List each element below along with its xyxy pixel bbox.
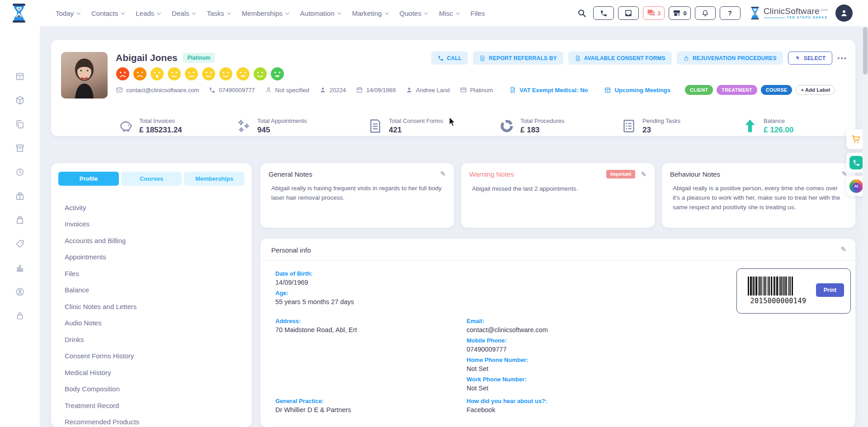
edit-pencil-icon[interactable]: ✎: [840, 245, 846, 253]
history-icon[interactable]: [15, 167, 25, 177]
sidebar-item-medical-history[interactable]: Medical History: [65, 364, 245, 381]
patient-phone[interactable]: 07490009777: [209, 87, 255, 94]
store-button[interactable]: 0: [669, 6, 690, 20]
mood-face-2[interactable]: [133, 67, 147, 81]
stat-balance: Balance£ 126.00: [742, 117, 793, 135]
nav-item-quotes[interactable]: Quotes: [400, 9, 427, 17]
print-barcode-button[interactable]: Print: [816, 283, 844, 297]
field-label: Mobile Phone:: [467, 337, 548, 344]
mood-face-5[interactable]: [184, 67, 198, 81]
edit-pencil-icon[interactable]: ✎: [440, 170, 446, 178]
sidebar-item-appointments[interactable]: Appointments: [65, 249, 245, 266]
tab-profile[interactable]: Profile: [58, 172, 119, 186]
user-avatar[interactable]: [835, 5, 853, 22]
clinicsoftware-hourglass-logo[interactable]: [8, 2, 30, 24]
mood-scale: [116, 67, 284, 81]
sidebar-item-recommended-products[interactable]: Recommended Products: [65, 414, 245, 427]
sidebar-item-consent-forms-history[interactable]: Consent Forms History: [65, 348, 245, 365]
patient-tier-chip: Platinum: [460, 86, 493, 94]
label-course[interactable]: COURSE: [761, 85, 792, 95]
sidebar-item-clinic-notes-and-letters[interactable]: Clinic Notes and Letters: [65, 298, 245, 315]
mood-face-6[interactable]: [202, 67, 216, 81]
sidebar-item-files[interactable]: Files: [65, 265, 245, 282]
report-referrals-button[interactable]: REPORT REFERRALS BY: [473, 52, 563, 65]
add-label-button[interactable]: + Add Label: [796, 85, 835, 95]
package-icon[interactable]: [15, 95, 25, 105]
upcoming-meetings-link[interactable]: Upcoming Meetings: [604, 86, 670, 94]
patient-email[interactable]: contact@clinicsoftware.com: [116, 86, 199, 94]
select-button[interactable]: SELECT: [788, 52, 833, 65]
sidebar-item-accounts-and-billing[interactable]: Accounts and Billing: [65, 232, 245, 249]
sidebar-item-treatment-record[interactable]: Treatment Record: [65, 397, 245, 414]
nav-item-tasks[interactable]: Tasks: [207, 9, 230, 17]
field-value: Dr Whillier D E & Partners: [275, 406, 351, 413]
main-nav: Today Contacts Leads Deals Tasks Members…: [56, 9, 485, 17]
mood-face-4[interactable]: [167, 67, 181, 81]
archive-icon[interactable]: [15, 143, 25, 153]
page-scrollbar[interactable]: [863, 0, 868, 427]
rejuvenation-procedures-button[interactable]: REJUVENATION PROCEDURES: [677, 52, 783, 65]
tab-memberships[interactable]: Memberships: [184, 172, 245, 186]
sidebar-item-drinks[interactable]: Drinks: [65, 331, 245, 348]
nav-label: Leads: [136, 9, 154, 17]
patient-gender: Not specified: [265, 86, 309, 94]
messages-button[interactable]: 3: [643, 6, 665, 20]
sidebar-item-activity[interactable]: Activity: [65, 199, 245, 216]
vat-exempt-link[interactable]: VAT Exempt Medical: No: [509, 86, 588, 94]
sidebar-item-balance[interactable]: Balance: [65, 282, 245, 299]
sidebar-item-invoices[interactable]: Invoices: [65, 216, 245, 233]
gift-icon[interactable]: [15, 191, 25, 201]
chevron-down-icon: [157, 11, 161, 14]
nav-item-misc[interactable]: Misc: [439, 9, 459, 17]
nav-item-memberships[interactable]: Memberships: [242, 9, 288, 17]
patient-photo[interactable]: [61, 52, 108, 99]
tab-courses[interactable]: Courses: [121, 172, 182, 186]
field-work-phone: Work Phone Number: Not Set: [467, 376, 548, 392]
edit-pencil-icon[interactable]: ✎: [841, 170, 847, 178]
dialer-button[interactable]: [593, 6, 614, 20]
sidebar-item-audio-notes[interactable]: Audio Notes: [65, 315, 245, 332]
nav-item-files[interactable]: Files: [471, 9, 485, 17]
sidebar-item-body-composition[interactable]: Body Composition: [65, 381, 245, 398]
field-address: Address: 70 Maidstone Road, Abl, Ert: [275, 318, 357, 333]
notifications-button[interactable]: [695, 6, 716, 20]
mood-face-10[interactable]: [270, 67, 284, 81]
call-button[interactable]: CALL: [431, 52, 468, 65]
membership-card-icon: [460, 86, 467, 94]
nav-item-marketing[interactable]: Marketing: [352, 9, 388, 17]
mood-face-1[interactable]: [116, 67, 130, 81]
help-button[interactable]: ?: [720, 6, 741, 20]
inbox-button[interactable]: [618, 6, 639, 20]
nav-item-leads[interactable]: Leads: [136, 9, 160, 17]
bar-chart-icon[interactable]: [15, 263, 25, 273]
nav-item-today[interactable]: Today: [56, 9, 80, 17]
stat-label: Total Invoices: [139, 117, 182, 124]
store-count-badge: 0: [683, 10, 686, 17]
search-icon[interactable]: [577, 9, 586, 18]
nav-item-contacts[interactable]: Contacts: [91, 9, 124, 17]
scrollbar-thumb[interactable]: [863, 27, 868, 75]
mood-face-8[interactable]: [236, 67, 250, 81]
nav-item-automation[interactable]: Automation: [300, 9, 340, 17]
mood-face-7[interactable]: [219, 67, 233, 81]
stat-label: Pending Tasks: [642, 117, 680, 124]
personal-info-title: Personal info: [271, 246, 844, 254]
support-icon[interactable]: [15, 287, 25, 297]
mood-face-9[interactable]: [253, 67, 267, 81]
label-treatment[interactable]: TREATMENT: [717, 85, 757, 95]
shopping-bag-icon[interactable]: [15, 215, 25, 225]
mood-face-3[interactable]: [150, 67, 164, 81]
patient-info-row: contact@clinicsoftware.com 07490009777 N…: [116, 85, 835, 95]
duplicate-icon[interactable]: [15, 119, 25, 129]
edit-pencil-icon[interactable]: ✎: [641, 170, 646, 178]
calendar-12-icon[interactable]: [15, 71, 25, 81]
label-client[interactable]: CLIENT: [685, 85, 713, 95]
nav-item-deals[interactable]: Deals: [172, 9, 195, 17]
available-consent-forms-button[interactable]: AVAILABLE CONSENT FORMS: [568, 52, 672, 65]
field-age: Age: 55 years 5 months 27 days: [275, 290, 354, 305]
more-options-button[interactable]: •••: [837, 54, 847, 62]
price-tag-icon[interactable]: [15, 239, 25, 249]
field-label: Address:: [275, 318, 357, 324]
lock-icon[interactable]: [15, 311, 25, 321]
stat-value: £ 126.00: [764, 126, 793, 135]
